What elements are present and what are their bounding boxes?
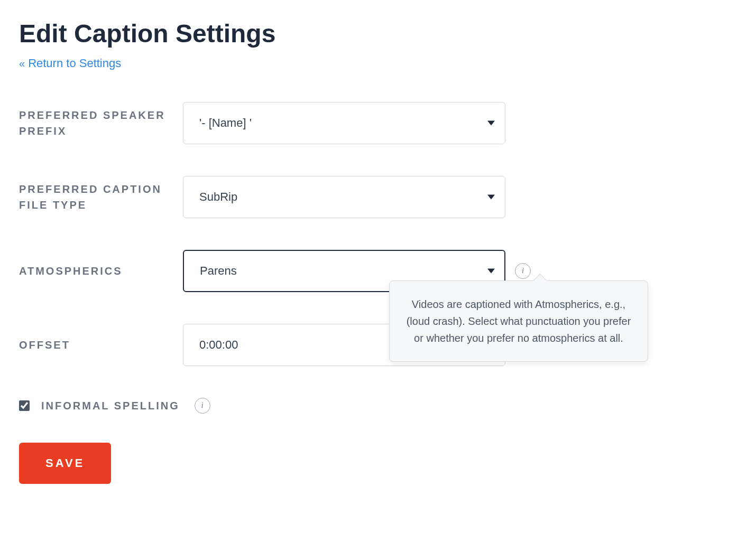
label-informal-spelling: INFORMAL SPELLING: [41, 400, 180, 412]
tooltip-atmospherics: Videos are captioned with Atmospherics, …: [389, 280, 648, 362]
label-caption-file-type: PREFERRED CAPTION FILE TYPE: [19, 181, 183, 213]
label-speaker-prefix: PREFERRED SPEAKER PREFIX: [19, 107, 183, 139]
checkbox-informal-spelling[interactable]: [19, 400, 30, 411]
row-speaker-prefix: PREFERRED SPEAKER PREFIX '- [Name] ': [19, 102, 737, 144]
label-offset: OFFSET: [19, 337, 183, 353]
info-icon[interactable]: i: [195, 398, 210, 414]
save-button[interactable]: SAVE: [19, 443, 111, 484]
select-caption-file-type[interactable]: SubRip: [183, 176, 505, 218]
row-caption-file-type: PREFERRED CAPTION FILE TYPE SubRip: [19, 176, 737, 218]
label-atmospherics: ATMOSPHERICS: [19, 263, 183, 279]
return-link[interactable]: « Return to Settings: [19, 57, 121, 70]
select-speaker-prefix-wrapper: '- [Name] ': [183, 102, 505, 144]
chevron-left-icon: «: [19, 58, 25, 70]
info-icon[interactable]: i: [515, 263, 531, 279]
page-title: Edit Caption Settings: [19, 19, 737, 48]
row-atmospherics: ATMOSPHERICS Parens i Videos are caption…: [19, 250, 737, 292]
row-informal-spelling: INFORMAL SPELLING i: [19, 398, 737, 414]
select-caption-file-type-wrapper: SubRip: [183, 176, 505, 218]
return-link-label: Return to Settings: [28, 57, 121, 70]
select-speaker-prefix[interactable]: '- [Name] ': [183, 102, 505, 144]
